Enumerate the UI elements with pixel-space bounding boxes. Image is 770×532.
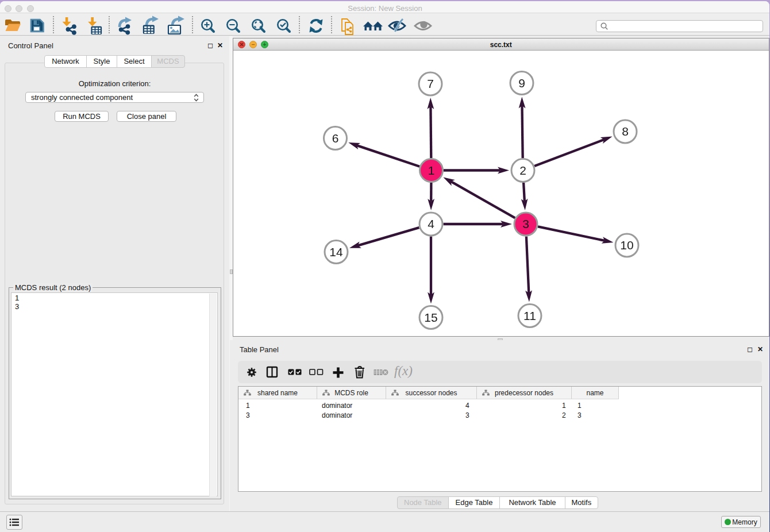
svg-text:6: 6 — [332, 132, 339, 145]
svg-text:15: 15 — [424, 311, 437, 324]
svg-text:10: 10 — [620, 238, 633, 252]
svg-text:9: 9 — [518, 76, 525, 90]
svg-text:3: 3 — [522, 217, 529, 230]
svg-text:8: 8 — [622, 125, 629, 138]
svg-text:2: 2 — [519, 164, 526, 177]
svg-text:11: 11 — [523, 309, 536, 322]
svg-text:14: 14 — [329, 245, 343, 259]
svg-text:7: 7 — [427, 77, 434, 90]
svg-text:1: 1 — [428, 164, 435, 177]
svg-text:4: 4 — [428, 217, 434, 230]
